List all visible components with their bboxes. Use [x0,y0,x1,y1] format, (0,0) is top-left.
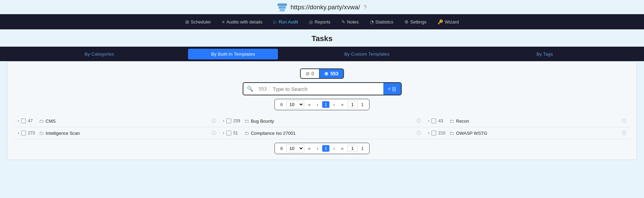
settings-icon: ⚙ [404,19,409,25]
pag-bot-prev[interactable]: ‹ [315,145,321,152]
checkbox-owasp[interactable] [431,131,436,135]
nav-label-run-audit: Run Audit [279,19,298,25]
chevron-icon-cms[interactable]: › [18,119,19,123]
chevron-icon-bug-bounty[interactable]: › [223,119,224,123]
counter-row: ⊘ 0 ⊕ 553 [300,68,344,79]
folder-icon-bug-bounty: 🗀 [244,119,249,124]
pag-bot-current[interactable]: 1 [322,145,329,152]
info-icon-bug-bounty[interactable]: ⓘ [417,118,421,124]
logo-layer-2 [278,6,286,9]
chevron-icon-recon[interactable]: › [428,119,429,123]
nav-item-notes[interactable]: ✎ Notes [336,14,364,29]
counter-left: ⊘ 0 [301,69,319,78]
pag-top-prev[interactable]: ‹ [315,101,321,108]
counter-right: ⊕ 553 [319,69,343,78]
search-filter-button[interactable]: < ||| [383,83,401,95]
pag-top-first[interactable]: « [306,101,313,108]
search-icon: 🔍 [243,86,257,92]
task-name-intelligence: Intelligence Scan [46,131,80,136]
search-input[interactable] [269,83,383,95]
audits-icon: ≡ [222,19,225,25]
task-name-cms: CMS [46,119,56,124]
task-row-cms[interactable]: › 47 🗀 CMS ⓘ [14,115,220,127]
checkbox-intelligence[interactable] [21,131,26,135]
counter-left-value: 0 [311,71,314,76]
info-icon-owasp[interactable]: ⓘ [622,130,626,136]
tab-by-categories[interactable]: By Categories [10,48,188,60]
nav-item-reports[interactable]: ◎ Reports [304,14,336,29]
nav-label-scheduler: Scheduler [191,19,211,25]
counter-right-value: 553 [330,71,338,76]
top-bar: https://donky.party/xvwa/ ? [0,0,644,14]
nav-item-statistics[interactable]: ◔ Statistics [364,14,399,29]
site-url: https://donky.party/xvwa/ [290,4,360,11]
task-count-owasp: 210 [438,131,447,135]
task-count-intelligence: 273 [28,131,37,135]
pag-top-count: 6 [278,101,285,108]
info-icon-recon[interactable]: ⓘ [622,118,626,124]
task-count-recon: 43 [438,119,447,123]
pag-top-total: 1 [359,101,366,108]
nav-item-settings[interactable]: ⚙ Settings [399,14,432,29]
nav-item-scheduler[interactable]: ⊞ Scheduler [180,14,217,29]
pag-top-per-page[interactable]: 10 25 50 100 [286,101,304,109]
run-audit-icon: ▷ [273,19,277,25]
tab-by-custom-templates[interactable]: By Custom Templates [278,48,456,60]
pag-bot-last[interactable]: » [338,145,346,152]
pagination-bottom: 6 10 25 50 100 « ‹ 1 › » 1 [274,143,370,154]
chevron-icon-owasp[interactable]: › [428,131,429,135]
folder-icon-compliance: 🗀 [244,131,249,136]
counter-left-icon: ⊘ [306,71,310,76]
task-row-intelligence-scan[interactable]: › 273 🗀 Intelligence Scan ⓘ [14,127,220,139]
checkbox-recon[interactable] [431,119,436,123]
center-panel: ⊘ 0 ⊕ 553 🔍 553 < ||| 6 10 25 50 100 [7,68,637,154]
nav-item-audits-with-details[interactable]: ≡ Audits with details [216,14,268,29]
folder-icon-recon: 🗀 [449,119,454,124]
logo-layer-1 [277,3,287,6]
pag-top-last[interactable]: » [338,101,346,108]
search-filter-icon: < ||| [388,86,396,92]
help-icon[interactable]: ? [364,4,367,11]
task-row-compliance[interactable]: › 51 🗀 Compliance Iso 27001 ⓘ [220,127,425,139]
filter-tabs: By Categories By Built-In Templates By C… [0,47,644,61]
folder-icon-intelligence: 🗀 [39,131,44,136]
pag-bot-first[interactable]: « [306,145,313,152]
nav-label-notes: Notes [347,19,359,25]
nav-item-wizard[interactable]: 🔑 Wizard [432,14,464,29]
info-icon-cms[interactable]: ⓘ [212,118,216,124]
task-name-bug-bounty: Bug Bounty [251,119,274,124]
chevron-icon-intelligence[interactable]: › [18,131,19,135]
task-name-owasp: OWASP WSTG [456,131,487,136]
tab-by-built-in-templates[interactable]: By Built-In Templates [188,49,278,59]
info-icon-intelligence[interactable]: ⓘ [212,130,216,136]
nav-label-statistics: Statistics [375,19,393,25]
tab-by-tags[interactable]: By Tags [456,48,634,60]
task-row-bug-bounty[interactable]: › 239 🗀 Bug Bounty ⓘ [220,115,425,127]
nav-item-run-audit[interactable]: ▷ Run Audit [268,14,304,29]
pag-top-next[interactable]: › [331,101,337,108]
task-name-compliance: Compliance Iso 27001 [251,131,296,136]
folder-icon-owasp: 🗀 [449,131,454,136]
checkbox-compliance[interactable] [226,131,231,135]
wizard-icon: 🔑 [438,19,443,25]
task-column-1: › 47 🗀 CMS ⓘ › 273 🗀 Intelligence Scan ⓘ [14,115,220,139]
pag-bot-goto[interactable] [347,145,358,152]
page-title: Tasks [0,34,644,43]
pag-bot-next[interactable]: › [331,145,337,152]
pag-bot-total: 1 [359,145,366,152]
nav-bar: ⊞ Scheduler ≡ Audits with details ▷ Run … [0,14,644,29]
task-column-2: › 239 🗀 Bug Bounty ⓘ › 51 🗀 Compliance I… [220,115,425,139]
task-row-owasp[interactable]: › 210 🗀 OWASP WSTG ⓘ [424,127,630,139]
task-name-recon: Recon [456,119,469,124]
info-icon-compliance[interactable]: ⓘ [417,130,421,136]
pag-top-current[interactable]: 1 [322,101,329,108]
pag-top-goto[interactable] [347,101,358,108]
checkbox-bug-bounty[interactable] [226,119,231,123]
chevron-icon-compliance[interactable]: › [223,131,224,135]
task-count-compliance: 51 [233,131,242,135]
pag-bot-per-page[interactable]: 10 25 50 100 [286,144,304,152]
task-row-recon[interactable]: › 43 🗀 Recon ⓘ [424,115,630,127]
main-content: ⊘ 0 ⊕ 553 🔍 553 < ||| 6 10 25 50 100 [7,61,637,160]
checkbox-cms[interactable] [21,119,26,123]
task-count-bug-bounty: 239 [233,119,242,123]
